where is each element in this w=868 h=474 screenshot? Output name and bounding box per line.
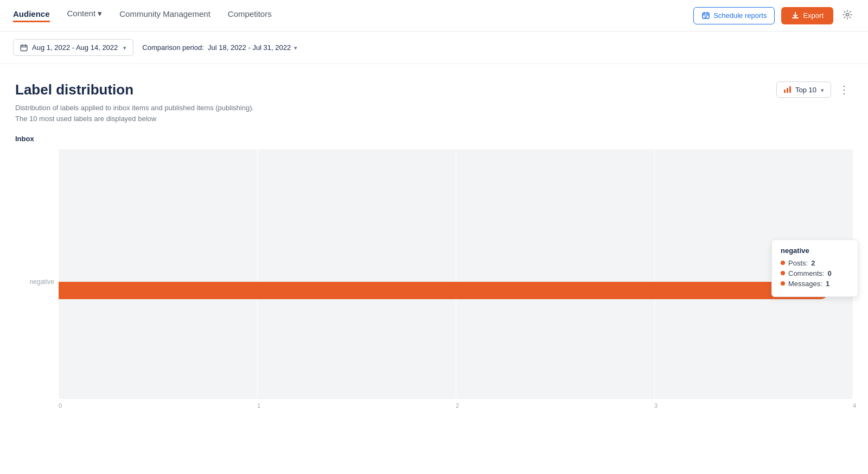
tab-audience[interactable]: Audience bbox=[13, 9, 50, 22]
x-tick-3: 3 bbox=[654, 402, 853, 409]
svg-rect-5 bbox=[21, 45, 27, 50]
tooltip-messages-label: Messages: bbox=[788, 280, 822, 288]
section-header: Label distribution Distribution of label… bbox=[15, 81, 853, 124]
main-content: Label distribution Distribution of label… bbox=[0, 64, 868, 426]
top10-chevron bbox=[820, 86, 824, 94]
date-range-chevron bbox=[122, 43, 126, 52]
x-tick-4: 4 bbox=[853, 402, 856, 409]
tooltip-dot-comments bbox=[781, 271, 785, 275]
top10-label: Top 10 bbox=[795, 86, 816, 94]
svg-rect-11 bbox=[789, 86, 791, 93]
x-tick-2: 2 bbox=[456, 402, 654, 409]
tab-community[interactable]: Community Management bbox=[119, 9, 210, 22]
nav-bar: Audience Content ▾ Community Management … bbox=[0, 0, 868, 31]
x-tick-1: 1 bbox=[257, 402, 456, 409]
grid-line-3 bbox=[654, 149, 655, 399]
settings-button[interactable] bbox=[840, 7, 855, 24]
section-desc-line2: The 10 most used labels are displayed be… bbox=[15, 113, 254, 124]
bar-fill-negative bbox=[59, 282, 829, 299]
nav-actions: Schedule reports Export bbox=[693, 7, 855, 24]
y-axis-label-negative: negative bbox=[30, 278, 54, 286]
section-actions: Top 10 ⋮ bbox=[776, 81, 853, 98]
tooltip-row-comments: Comments: 0 bbox=[781, 269, 849, 277]
tooltip-row-posts: Posts: 2 bbox=[781, 259, 849, 267]
schedule-icon bbox=[701, 11, 710, 20]
x-axis: 0 1 2 3 4 bbox=[59, 402, 853, 409]
x-tick-0: 0 bbox=[59, 402, 257, 409]
date-range-value: Aug 1, 2022 - Aug 14, 2022 bbox=[32, 43, 118, 52]
comparison-period-prefix: Comparison period: bbox=[142, 43, 203, 52]
svg-rect-9 bbox=[784, 90, 786, 93]
schedule-reports-button[interactable]: Schedule reports bbox=[693, 7, 775, 24]
tooltip-comments-value: 0 bbox=[827, 269, 831, 277]
tooltip-posts-label: Posts: bbox=[788, 259, 808, 267]
schedule-reports-label: Schedule reports bbox=[713, 11, 767, 20]
tooltip-dot-posts bbox=[781, 261, 785, 265]
comparison-period: Comparison period: Jul 18, 2022 - Jul 31… bbox=[142, 43, 297, 52]
section-title-block: Label distribution Distribution of label… bbox=[15, 81, 254, 124]
export-label: Export bbox=[803, 11, 824, 20]
tooltip-dot-messages bbox=[781, 281, 785, 286]
section-desc-line1: Distribution of labels applied to inbox … bbox=[15, 103, 254, 113]
more-options-button[interactable]: ⋮ bbox=[835, 82, 853, 97]
calendar-icon bbox=[20, 44, 28, 52]
date-range-picker[interactable]: Aug 1, 2022 - Aug 14, 2022 bbox=[13, 39, 133, 56]
tooltip: negative Posts: 2 Comments: 0 Messages: … bbox=[771, 239, 858, 297]
tab-competitors[interactable]: Competitors bbox=[228, 9, 272, 22]
tooltip-comments-label: Comments: bbox=[788, 269, 824, 277]
section-title: Label distribution bbox=[15, 81, 254, 98]
chart-area: negative negative Posts: 2 Comments: 0 M… bbox=[59, 149, 853, 399]
top10-selector[interactable]: Top 10 bbox=[776, 81, 831, 98]
tooltip-title: negative bbox=[781, 247, 849, 255]
tab-content[interactable]: Content ▾ bbox=[67, 9, 103, 22]
tooltip-posts-value: 2 bbox=[811, 259, 815, 267]
svg-point-4 bbox=[846, 14, 849, 16]
comparison-chevron bbox=[293, 43, 297, 52]
bar-chart-icon bbox=[783, 85, 792, 94]
grid-line-2 bbox=[456, 149, 456, 399]
tooltip-row-messages: Messages: 1 bbox=[781, 280, 849, 288]
export-icon bbox=[791, 11, 800, 20]
comparison-period-value: Jul 18, 2022 - Jul 31, 2022 bbox=[208, 43, 291, 52]
export-button[interactable]: Export bbox=[781, 7, 833, 24]
tooltip-messages-value: 1 bbox=[826, 280, 829, 288]
svg-rect-10 bbox=[787, 88, 788, 93]
date-bar: Aug 1, 2022 - Aug 14, 2022 Comparison pe… bbox=[0, 31, 868, 64]
inbox-label: Inbox bbox=[15, 135, 853, 143]
gear-icon bbox=[842, 9, 853, 20]
grid-line-1 bbox=[257, 149, 258, 399]
bar-row-negative bbox=[59, 282, 853, 299]
chart-wrapper: negative negative Posts: 2 Comments: 0 M… bbox=[15, 149, 853, 409]
